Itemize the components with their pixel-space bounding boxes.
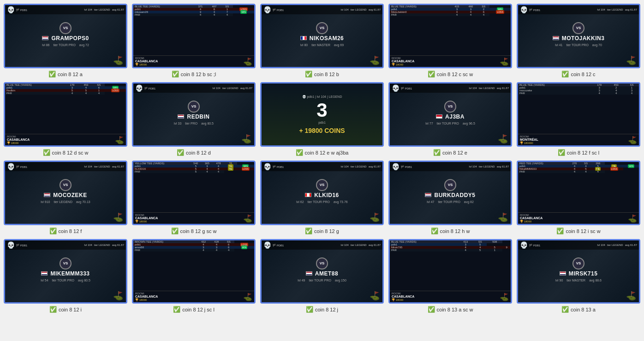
check-icon: ✅ — [172, 71, 179, 78]
pdb1-stats: lvl 104 tier LEGEND avg 61.87 — [341, 244, 381, 246]
card-image-card-7[interactable]: 💀 🏴 PDB1 lvl 104 tier LEGEND avg 61.87 V… — [132, 82, 256, 147]
club-icon: ⛳ — [113, 291, 123, 301]
sb-footer: ROOM: CASABLANCA 🏆 18000 ⛳ — [133, 291, 254, 302]
card-image-card-1[interactable]: 💀 🏴 PDB1 lvl 104 tier LEGEND avg 61.87 V… — [4, 4, 127, 68]
check-icon: ✅ — [305, 71, 312, 78]
card-image-card-19[interactable]: BLUE TEE (YARDS) 413SS508 pdb1 35 Mirsk7… — [388, 239, 512, 304]
label-text: coin 8 13 a — [571, 307, 596, 312]
club-icon: ⛳ — [628, 136, 637, 144]
check-icon: ✅ — [305, 227, 312, 234]
label-text: coin 8 12 c sc w — [437, 72, 473, 77]
card-image-card-10[interactable]: BLUE TEE (YARDS) 179453SS pdb1 321 mocoz… — [517, 82, 640, 147]
check-icon: ✅ — [431, 227, 438, 234]
card-label-card-20: ✅ coin 8 13 a — [561, 306, 596, 313]
opponent-flag — [560, 271, 566, 275]
opponent-flag — [300, 36, 307, 40]
club-icon: ⛳ — [370, 291, 380, 301]
pdb1-stats: lvl 104 tier LEGEND avg 61.87 — [469, 165, 509, 168]
opponent-stats: lvl 54 tier TOUR PRO avg 80.5 — [41, 279, 90, 282]
label-text: coin 8 12 d sc w — [52, 150, 89, 156]
opponent-row: REDBIN — [178, 114, 209, 120]
card-image-card-17[interactable]: BROWN TEE (YARDS) 432428SS pdb1 446LOSS … — [132, 239, 256, 304]
card-image-card-18[interactable]: 💀 🏴 PDB1 lvl 104 tier LEGEND avg 61.87 V… — [260, 239, 384, 304]
card-label-card-2: ✅ coin 8 12 b sc ;l — [172, 71, 216, 78]
card-label-card-13: ✅ coin 8 12 g — [305, 227, 339, 234]
card-label-card-11: ✅ coin 8 12 f — [49, 227, 82, 234]
check-icon: ✅ — [428, 306, 435, 313]
skull-icon: 💀 — [263, 163, 271, 170]
card-image-card-2[interactable]: BLUE TEE (YARDS) 371407SS pdb1 461LOSS n… — [132, 4, 256, 68]
vs-circle: VS — [188, 101, 200, 113]
scoreboard-table: YELLOW TEE (YARDS) 540365478TB pdb1 534T… — [133, 162, 254, 173]
card-label-card-6: ✅ coin 8 12 d sc w — [43, 149, 89, 156]
club-icon: ⛳ — [626, 291, 636, 301]
opponent-name: GRAMPOPS0 — [51, 35, 89, 42]
check-icon: ✅ — [561, 71, 569, 78]
check-icon: ✅ — [561, 306, 569, 313]
pdb1-label: 🏴 PDB1 — [401, 87, 412, 90]
card-image-card-16[interactable]: 💀 🏴 PDB1 lvl 104 tier LEGEND avg 61.87 V… — [4, 239, 127, 304]
card-image-card-20[interactable]: 💀 🏴 PDB1 lvl 104 tier LEGEND avg 61.87 V… — [517, 239, 640, 304]
card-image-card-4[interactable]: BLUE TEE (YARDS) 415460SS pdb1 332WIN Mo… — [388, 4, 512, 68]
opponent-name: NIKOSAM26 — [310, 35, 344, 42]
check-icon: ✅ — [556, 227, 564, 234]
match-card-card-18: 💀 🏴 PDB1 lvl 104 tier LEGEND avg 61.87 V… — [260, 239, 384, 313]
label-text: coin 8 12 h w — [440, 228, 470, 234]
player-info: 💀 pdb1 | lvl 104 | LEGEND — [302, 95, 342, 99]
club-icon: ⛳ — [115, 136, 124, 144]
opponent-row: MOTOJAKKIN3 — [553, 35, 605, 42]
opponent-flag — [42, 36, 48, 40]
opponent-row: MIKEMMM333 — [41, 270, 89, 277]
opponent-stats: lvl 80 tier MASTER avg 69 — [300, 43, 344, 47]
card-image-card-9[interactable]: 💀 🏴 PDB1 lvl 104 tier LEGEND avg 61.87 V… — [388, 82, 512, 147]
club-icon: ⛳ — [628, 214, 637, 223]
card-label-card-8: ✅ coin 8 12 e w aj3ba — [296, 149, 349, 156]
match-card-card-11: 💀 🏴 PDB1 lvl 104 tier LEGEND avg 61.87 V… — [4, 161, 127, 234]
room-info: ROOM: MONTRÉAL 🏆 180000 — [520, 135, 538, 144]
pdb1-label: 🏴 PDB1 — [529, 244, 540, 247]
club-icon: ⛳ — [113, 212, 123, 222]
opponent-stats: lvl 90 tier MASTER avg 88.6 — [555, 279, 602, 282]
card-image-card-14[interactable]: 💀 🏴 PDB1 lvl 104 tier LEGEND avg 61.87 V… — [388, 161, 512, 225]
opponent-name: KLKID16 — [314, 192, 339, 198]
opponent-name: MOTOJAKKIN3 — [562, 35, 605, 42]
vs-circle: VS — [60, 22, 72, 34]
card-image-card-3[interactable]: 💀 🏴 PDB1 lvl 104 tier LEGEND avg 61.87 V… — [260, 4, 384, 68]
opponent-name: MIKEMMM333 — [50, 270, 89, 277]
sb-footer: ROOM: CASABLANCA 🏆 18000 ⛳ — [133, 55, 254, 67]
room-info: ROOM: CASABLANCA 🏆 18000 — [135, 57, 158, 66]
club-icon: ⛳ — [113, 55, 123, 66]
card-image-card-5[interactable]: 💀 🏴 PDB1 lvl 104 tier LEGEND avg 61.87 V… — [517, 4, 640, 68]
card-image-card-13[interactable]: 💀 🏴 PDB1 lvl 104 tier LEGEND avg 61.87 V… — [260, 161, 384, 225]
opponent-stats: lvl 33 tier PRO avg 80.5 — [174, 122, 214, 125]
card-image-card-6[interactable]: BLUE TEE (YARDS) 179453SS pdb1 346WIN Re… — [4, 82, 127, 147]
vs-circle: VS — [60, 257, 72, 269]
vs-circle: VS — [316, 179, 328, 191]
opponent-stats: lvl 49 tier TOUR PRO avg 150 — [298, 279, 346, 282]
pdb1-label: 🏴 PDB1 — [273, 165, 284, 168]
match-card-card-3: 💀 🏴 PDB1 lvl 104 tier LEGEND avg 61.87 V… — [260, 4, 384, 78]
pdb1-label: 🏴 PDB1 — [273, 244, 284, 247]
card-image-card-15[interactable]: RED TEE (YARDS) 270SS266 pdb1 445TIEWIN … — [517, 161, 640, 225]
card-image-card-11[interactable]: 💀 🏴 PDB1 lvl 104 tier LEGEND avg 61.87 V… — [4, 161, 127, 225]
card-label-card-10: ✅ coin 8 12 f sc l — [558, 149, 599, 156]
skull-icon: 💀 — [520, 241, 528, 249]
check-icon: ✅ — [177, 149, 184, 156]
card-label-card-7: ✅ coin 8 12 d — [177, 149, 211, 156]
opponent-flag — [178, 114, 184, 119]
check-icon: ✅ — [49, 306, 57, 313]
card-label-card-3: ✅ coin 8 12 b — [305, 71, 339, 78]
club-icon: ⛳ — [243, 57, 252, 66]
skull-icon: 💀 — [263, 6, 271, 13]
card-image-card-8[interactable]: 💀 pdb1 | lvl 104 | LEGEND 3 pdb1 + 19800… — [260, 82, 384, 147]
label-text: coin 8 12 e w aj3ba — [305, 150, 349, 156]
label-text: coin 8 12 f — [59, 228, 82, 234]
opponent-row: MIRSK715 — [560, 270, 598, 277]
opponent-name: BURKDADDY5 — [434, 192, 475, 198]
card-label-card-16: ✅ coin 8 12 i — [49, 306, 82, 313]
card-image-card-12[interactable]: YELLOW TEE (YARDS) 540365478TB pdb1 534T… — [132, 161, 256, 225]
match-card-card-14: 💀 🏴 PDB1 lvl 104 tier LEGEND avg 61.87 V… — [388, 161, 512, 234]
scoreboard-card-card-6: BLUE TEE (YARDS) 179453SS pdb1 346WIN Re… — [4, 82, 127, 156]
club-icon: ⛳ — [500, 57, 509, 66]
opponent-name: MOCOZEKE — [53, 192, 87, 198]
